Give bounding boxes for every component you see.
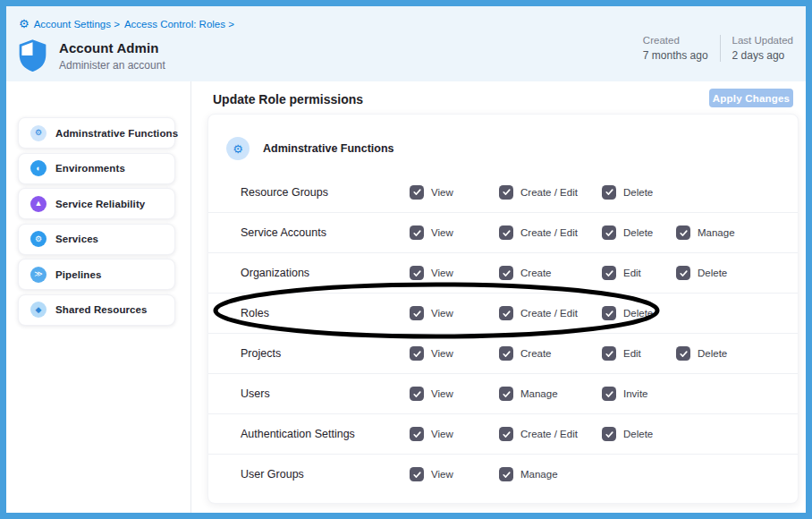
checkbox-create[interactable]	[499, 266, 513, 280]
permission-cell: Delete	[602, 185, 653, 200]
permission-label: Create / Edit	[520, 429, 578, 439]
sidebar-item-shared-resources[interactable]: ◆Shared Resources	[18, 294, 175, 326]
permission-label: View	[431, 227, 453, 238]
role-shield-icon	[18, 39, 47, 72]
check-icon	[502, 228, 512, 238]
check-icon	[502, 430, 512, 439]
check-icon	[605, 228, 614, 238]
sidebar-item-services[interactable]: ⚙Services	[18, 224, 175, 255]
check-icon	[412, 187, 422, 197]
permission-label: Create	[520, 268, 552, 278]
permission-label: Create / Edit	[520, 308, 578, 319]
check-icon	[679, 268, 689, 278]
checkbox-view[interactable]	[410, 185, 424, 200]
checkbox-manage[interactable]	[499, 467, 513, 481]
checkbox-edit[interactable]	[602, 346, 616, 361]
sidebar-item-adminstrative-functions[interactable]: ⚙Adminstrative Functions	[18, 117, 175, 149]
permission-label: Invite	[623, 388, 648, 399]
checkbox-create-edit[interactable]	[499, 225, 513, 240]
sidebar-item-service-reliability[interactable]: ▲Service Reliability	[18, 188, 175, 219]
sidebar-item-label: Shared Resources	[55, 304, 148, 315]
checkbox-delete[interactable]	[602, 185, 616, 200]
permission-cell: Manage	[676, 225, 735, 240]
resource-label: Service Accounts	[241, 226, 326, 239]
permission-label: Delete	[698, 268, 727, 278]
resource-label: Projects	[241, 347, 281, 360]
role-title-block: Account Admin Administer an account	[18, 39, 165, 72]
checkbox-view[interactable]	[410, 225, 424, 240]
sidebar-content-divider	[190, 81, 191, 513]
checkbox-create-edit[interactable]	[499, 185, 513, 200]
checkbox-delete[interactable]	[676, 346, 690, 361]
permission-cell: Create	[499, 266, 552, 280]
permission-cell: View	[410, 346, 453, 361]
permission-cell: Create / Edit	[499, 427, 578, 441]
resource-label: Roles	[241, 307, 269, 319]
permission-cell: View	[410, 185, 453, 200]
created-value: 7 months ago	[643, 49, 708, 62]
permission-label: Edit	[623, 348, 641, 359]
permission-cell: Delete	[602, 225, 653, 240]
checkbox-delete[interactable]	[676, 266, 690, 280]
resource-label: Users	[241, 387, 270, 400]
permission-label: View	[431, 469, 453, 480]
permission-row-users: UsersViewManageInvite	[208, 373, 798, 413]
permission-cell: Create	[499, 346, 552, 361]
check-icon	[502, 309, 512, 319]
shared-resources-icon: ◆	[30, 302, 47, 318]
checkbox-create-edit[interactable]	[499, 427, 513, 441]
checkbox-create[interactable]	[499, 346, 513, 361]
permission-rows: Resource GroupsViewCreate / EditDeleteSe…	[208, 172, 798, 494]
sidebar-item-label: Pipelines	[55, 269, 101, 280]
permission-label: Manage	[698, 227, 735, 238]
checkbox-manage[interactable]	[676, 225, 690, 240]
breadcrumb-link-account-settings[interactable]: Account Settings >	[34, 19, 120, 30]
permission-label: Edit	[623, 268, 641, 278]
permission-label: View	[431, 187, 453, 198]
permission-row-user-groups: User GroupsViewManage	[208, 454, 798, 494]
checkbox-view[interactable]	[410, 387, 424, 401]
check-icon	[412, 470, 422, 480]
check-icon	[412, 349, 422, 359]
check-icon	[605, 268, 614, 278]
permission-label: Manage	[520, 469, 558, 480]
checkbox-view[interactable]	[410, 467, 424, 481]
gear-icon: ⚙	[30, 125, 47, 141]
checkbox-create-edit[interactable]	[499, 306, 513, 320]
checkbox-edit[interactable]	[602, 266, 616, 280]
permission-label: Create / Edit	[520, 227, 578, 238]
resource-label: Resource Groups	[241, 186, 328, 199]
breadcrumb-link-access-control-roles[interactable]: Access Control: Roles >	[124, 19, 234, 30]
apply-changes-button[interactable]: Apply Changes	[709, 89, 793, 107]
permission-cell: View	[410, 387, 453, 401]
check-icon	[605, 187, 614, 197]
last-updated-label: Last Updated	[732, 35, 793, 46]
permission-row-authentication-settings: Authentication SettingsViewCreate / Edit…	[208, 413, 798, 454]
checkbox-delete[interactable]	[602, 306, 616, 320]
checkbox-view[interactable]	[410, 306, 424, 320]
permission-row-projects: ProjectsViewCreateEditDelete	[208, 333, 798, 373]
section-header: ⚙ Adminstrative Functions	[226, 137, 394, 160]
sidebar-item-pipelines[interactable]: ≫Pipelines	[18, 259, 175, 290]
permission-cell: Create / Edit	[499, 306, 578, 320]
checkbox-invite[interactable]	[602, 387, 616, 401]
sidebar-item-label: Services	[55, 234, 98, 244]
checkbox-delete[interactable]	[602, 427, 616, 441]
checkbox-manage[interactable]	[499, 387, 513, 401]
check-icon	[412, 268, 422, 278]
check-icon	[605, 349, 614, 359]
checkbox-view[interactable]	[410, 427, 424, 441]
checkbox-view[interactable]	[410, 346, 424, 361]
breadcrumb: ⚙ Account Settings > Access Control: Rol…	[19, 18, 234, 30]
permission-label: Delete	[623, 227, 653, 238]
sidebar-item-environments[interactable]: ◐Environments	[18, 153, 175, 184]
checkbox-delete[interactable]	[602, 225, 616, 240]
check-icon	[679, 228, 689, 238]
services-icon: ⚙	[30, 231, 47, 247]
resource-label: Organizations	[241, 267, 309, 279]
check-icon	[412, 389, 422, 399]
environments-icon: ◐	[30, 160, 47, 176]
checkbox-view[interactable]	[410, 266, 424, 280]
meta-last-updated: Last Updated 2 days ago	[721, 35, 793, 62]
check-icon	[679, 349, 689, 359]
